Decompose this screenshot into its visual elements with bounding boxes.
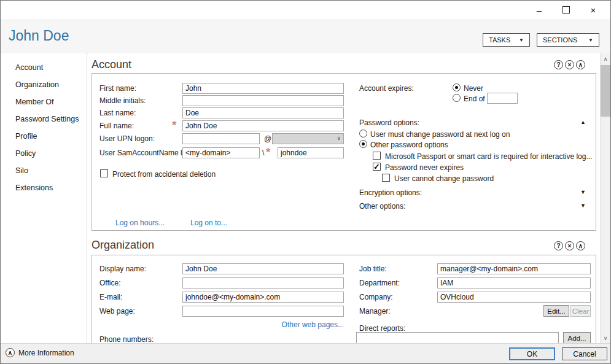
must-change-password-label[interactable]: User must change password at next log on bbox=[370, 130, 510, 139]
company-input[interactable] bbox=[437, 292, 591, 303]
expires-end-of-label[interactable]: End of bbox=[464, 95, 485, 103]
manager-clear-button[interactable]: Clear bbox=[570, 305, 591, 317]
sidebar-item-silo[interactable]: Silo bbox=[1, 162, 87, 179]
direct-reports-listbox[interactable] bbox=[356, 332, 559, 343]
account-section-icons: ? × ∧ bbox=[554, 60, 585, 69]
protect-deletion-label[interactable]: Protect from accidental deletion bbox=[112, 170, 216, 179]
manager-edit-button[interactable]: Edit... bbox=[543, 305, 569, 317]
sam-separator: \ bbox=[262, 149, 264, 157]
tasks-button[interactable]: TASKS ▼ bbox=[483, 33, 530, 47]
expires-end-of-input[interactable] bbox=[487, 93, 518, 104]
sections-button[interactable]: SECTIONS ▼ bbox=[537, 33, 599, 47]
sam-name-input[interactable] bbox=[278, 147, 344, 158]
department-label: Department: bbox=[359, 279, 400, 287]
scroll-up-icon[interactable]: ∧ bbox=[601, 53, 610, 64]
chevron-down-icon: ∨ bbox=[337, 135, 341, 141]
expires-never-radio[interactable] bbox=[453, 83, 461, 91]
log-on-to-link[interactable]: Log on to... bbox=[190, 219, 227, 227]
encryption-options-label: Encryption options: bbox=[359, 188, 422, 197]
sections-button-label: SECTIONS bbox=[543, 36, 577, 44]
password-never-expires-checkbox[interactable] bbox=[373, 163, 381, 171]
full-name-input[interactable] bbox=[182, 120, 344, 131]
page-title: John Doe bbox=[9, 28, 69, 44]
protect-deletion-checkbox[interactable] bbox=[100, 169, 108, 177]
help-icon[interactable]: ? bbox=[554, 241, 563, 250]
organization-section-title: Organization bbox=[91, 239, 154, 252]
must-change-password-radio[interactable] bbox=[359, 130, 367, 137]
direct-reports-add-button[interactable]: Add... bbox=[563, 332, 591, 343]
organization-section: Display name: Office: E-mail: Web page: … bbox=[91, 255, 596, 343]
expand-arrow-icon[interactable]: ▼ bbox=[580, 189, 586, 195]
phone-numbers-label: Phone numbers: bbox=[99, 335, 154, 343]
sidebar-item-member-of[interactable]: Member Of bbox=[1, 93, 87, 110]
expand-arrow-icon[interactable]: ▼ bbox=[580, 203, 586, 209]
scrollbar-thumb[interactable] bbox=[601, 65, 610, 117]
other-password-options-radio[interactable] bbox=[359, 140, 367, 148]
content-pane: Account ? × ∧ First name: Middle initial… bbox=[88, 53, 601, 343]
sidebar-item-extensions[interactable]: Extensions bbox=[1, 179, 87, 196]
email-input[interactable] bbox=[182, 292, 344, 303]
web-page-label: Web page: bbox=[99, 307, 135, 316]
header: John Doe TASKS ▼ SECTIONS ▼ bbox=[1, 19, 610, 54]
password-never-expires-label[interactable]: Password never expires bbox=[385, 163, 464, 172]
maximize-button[interactable] bbox=[553, 1, 580, 19]
cannot-change-password-label[interactable]: User cannot change password bbox=[394, 174, 494, 183]
middle-initials-input[interactable] bbox=[182, 95, 344, 106]
display-name-label: Display name: bbox=[99, 265, 146, 273]
sidebar-item-organization[interactable]: Organization bbox=[1, 76, 87, 93]
collapse-section-icon[interactable]: ∧ bbox=[576, 60, 585, 69]
tasks-button-label: TASKS bbox=[489, 36, 510, 44]
other-options-label: Other options: bbox=[359, 202, 405, 211]
other-password-options-label[interactable]: Other password options bbox=[370, 141, 448, 149]
sidebar-item-policy[interactable]: Policy bbox=[1, 145, 87, 162]
company-label: Company: bbox=[359, 293, 393, 301]
collapse-arrow-icon[interactable]: ▲ bbox=[580, 119, 586, 125]
more-information-label: More Information bbox=[18, 349, 74, 357]
cancel-button[interactable]: Cancel bbox=[562, 347, 607, 360]
web-page-input[interactable] bbox=[182, 306, 344, 317]
upn-at-sign: @ bbox=[264, 134, 271, 143]
more-information-toggle[interactable]: ∧ More Information bbox=[6, 348, 74, 357]
sidebar-item-profile[interactable]: Profile bbox=[1, 128, 87, 145]
close-button[interactable]: × bbox=[580, 1, 607, 19]
sidebar-item-account[interactable]: Account bbox=[1, 59, 87, 76]
required-asterisk-icon: * bbox=[172, 119, 176, 131]
sam-account-label: User SamAccountName l... bbox=[99, 149, 182, 157]
scrollbar[interactable]: ∧ ∨ bbox=[600, 53, 610, 343]
passport-smartcard-label[interactable]: Microsoft Passport or smart card is requ… bbox=[385, 152, 592, 161]
expires-never-label[interactable]: Never bbox=[464, 84, 483, 93]
footer: ∧ More Information OK Cancel bbox=[1, 343, 610, 363]
close-section-icon[interactable]: × bbox=[565, 60, 574, 69]
job-title-input[interactable] bbox=[437, 263, 591, 274]
passport-smartcard-checkbox[interactable] bbox=[373, 152, 381, 160]
other-web-pages-link[interactable]: Other web pages... bbox=[182, 320, 344, 329]
collapse-section-icon[interactable]: ∧ bbox=[576, 241, 585, 250]
display-name-input[interactable] bbox=[182, 263, 344, 274]
manager-label: Manager: bbox=[359, 307, 391, 316]
upn-logon-input[interactable] bbox=[182, 133, 260, 144]
last-name-label: Last name: bbox=[99, 109, 136, 117]
log-on-hours-link[interactable]: Log on hours... bbox=[115, 219, 165, 227]
required-asterisk-icon: * bbox=[266, 146, 270, 158]
office-input[interactable] bbox=[182, 277, 344, 288]
close-icon: × bbox=[591, 5, 596, 15]
cannot-change-password-checkbox[interactable] bbox=[382, 174, 390, 182]
upn-suffix-dropdown[interactable]: ∨ bbox=[272, 133, 344, 144]
account-section: First name: Middle initials: Last name: … bbox=[91, 73, 596, 231]
sidebar-item-password-settings[interactable]: Password Settings bbox=[1, 110, 87, 128]
chevron-down-icon: ▼ bbox=[519, 37, 524, 43]
ok-button[interactable]: OK bbox=[509, 347, 555, 360]
last-name-input[interactable] bbox=[182, 107, 344, 118]
minimize-button[interactable]: – bbox=[526, 1, 553, 19]
account-expires-label: Account expires: bbox=[359, 84, 414, 93]
first-name-input[interactable] bbox=[182, 83, 344, 94]
help-icon[interactable]: ? bbox=[554, 60, 563, 69]
direct-reports-label: Direct reports: bbox=[359, 324, 405, 333]
scroll-down-icon[interactable]: ∨ bbox=[601, 333, 610, 343]
full-name-label: Full name: bbox=[99, 122, 134, 130]
sam-domain-input[interactable] bbox=[182, 147, 260, 158]
expires-end-of-radio[interactable] bbox=[453, 94, 461, 102]
close-section-icon[interactable]: × bbox=[565, 241, 574, 250]
department-input[interactable] bbox=[437, 277, 591, 288]
organization-section-icons: ? × ∧ bbox=[554, 241, 585, 250]
